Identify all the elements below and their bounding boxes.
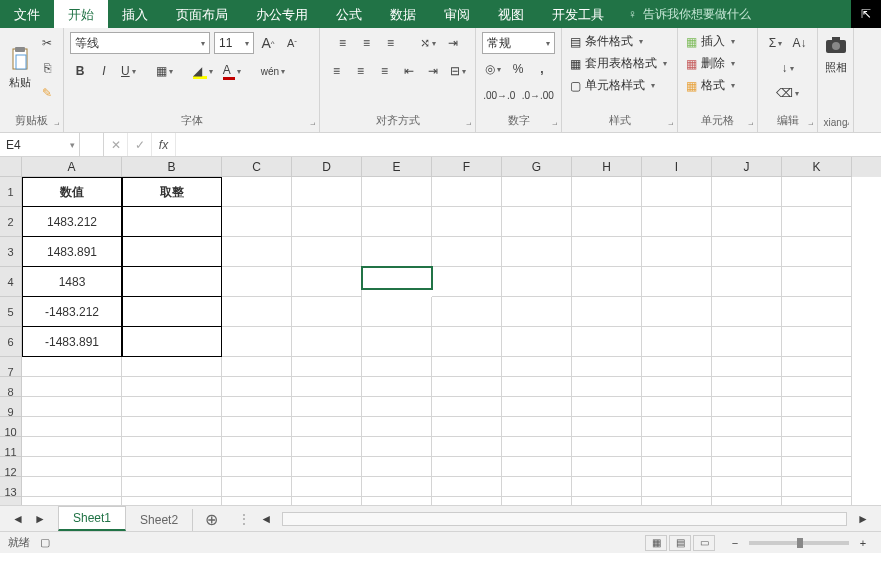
cell-D13[interactable]: [292, 477, 362, 497]
cell-A13[interactable]: [22, 477, 122, 497]
tab-office[interactable]: 办公专用: [242, 0, 322, 28]
cell-E8[interactable]: [362, 377, 432, 397]
phonetic-button[interactable]: wén▾: [258, 60, 288, 82]
cell-J8[interactable]: [712, 377, 782, 397]
tab-view[interactable]: 视图: [484, 0, 538, 28]
cell-C14[interactable]: [222, 497, 292, 505]
cell-G12[interactable]: [502, 457, 572, 477]
tab-review[interactable]: 审阅: [430, 0, 484, 28]
cell-E14[interactable]: [362, 497, 432, 505]
cell-F6[interactable]: [432, 327, 502, 357]
col-header-F[interactable]: F: [432, 157, 502, 177]
cell-G3[interactable]: [502, 237, 572, 267]
cell-I10[interactable]: [642, 417, 712, 437]
cell-F3[interactable]: [432, 237, 502, 267]
cell-I6[interactable]: [642, 327, 712, 357]
conditional-formatting-button[interactable]: ▤ 条件格式▾: [568, 32, 671, 51]
increase-indent-button[interactable]: ⇥: [423, 60, 443, 82]
cell-H7[interactable]: [572, 357, 642, 377]
cell-G10[interactable]: [502, 417, 572, 437]
cell-I8[interactable]: [642, 377, 712, 397]
format-as-table-button[interactable]: ▦ 套用表格格式▾: [568, 54, 671, 73]
cell-K8[interactable]: [782, 377, 852, 397]
cell-G11[interactable]: [502, 437, 572, 457]
align-bottom-button[interactable]: ≡: [381, 32, 401, 54]
cell-D14[interactable]: [292, 497, 362, 505]
font-name-select[interactable]: 等线▾: [70, 32, 210, 54]
cell-I12[interactable]: [642, 457, 712, 477]
font-color-button[interactable]: A▾: [220, 60, 244, 82]
cell-D8[interactable]: [292, 377, 362, 397]
insert-function-button[interactable]: fx: [152, 133, 176, 156]
cell-G6[interactable]: [502, 327, 572, 357]
cell-E1[interactable]: [362, 177, 432, 207]
row-header-5[interactable]: 5: [0, 297, 22, 327]
cell-J3[interactable]: [712, 237, 782, 267]
cell-C7[interactable]: [222, 357, 292, 377]
cell-G9[interactable]: [502, 397, 572, 417]
row-header-3[interactable]: 3: [0, 237, 22, 267]
cell-K9[interactable]: [782, 397, 852, 417]
cell-H14[interactable]: [572, 497, 642, 505]
decrease-indent-button[interactable]: ⇤: [399, 60, 419, 82]
increase-font-button[interactable]: A^: [258, 32, 278, 54]
increase-decimal-button[interactable]: .00→.0: [482, 84, 517, 106]
orientation-button[interactable]: ⤭▾: [417, 32, 439, 54]
delete-cells-button[interactable]: ▦ 删除▾: [684, 54, 751, 73]
cell-F9[interactable]: [432, 397, 502, 417]
cell-B4[interactable]: [122, 267, 222, 297]
cell-G5[interactable]: [502, 297, 572, 327]
wrap-text-button[interactable]: ⇥: [443, 32, 463, 54]
cell-C13[interactable]: [222, 477, 292, 497]
cell-E7[interactable]: [362, 357, 432, 377]
col-header-C[interactable]: C: [222, 157, 292, 177]
cell-B3[interactable]: [122, 237, 222, 267]
cell-A5[interactable]: -1483.212: [22, 297, 122, 327]
cut-button[interactable]: ✂: [37, 32, 57, 54]
cell-J2[interactable]: [712, 207, 782, 237]
cell-K13[interactable]: [782, 477, 852, 497]
font-size-select[interactable]: 11▾: [214, 32, 254, 54]
cell-B8[interactable]: [122, 377, 222, 397]
sheet-nav-next[interactable]: ►: [30, 508, 50, 530]
sort-filter-button[interactable]: A↓: [789, 32, 809, 54]
cell-I7[interactable]: [642, 357, 712, 377]
col-header-K[interactable]: K: [782, 157, 852, 177]
hscroll-track[interactable]: [282, 512, 847, 526]
cell-F5[interactable]: [432, 297, 502, 327]
cell-H4[interactable]: [572, 267, 642, 297]
cell-K11[interactable]: [782, 437, 852, 457]
share-button[interactable]: ⇱: [851, 0, 881, 28]
align-middle-button[interactable]: ≡: [357, 32, 377, 54]
row-header-9[interactable]: 9: [0, 397, 22, 417]
number-format-select[interactable]: 常规▾: [482, 32, 555, 54]
cell-F13[interactable]: [432, 477, 502, 497]
cell-A6[interactable]: -1483.891: [22, 327, 122, 357]
hscroll-right[interactable]: ►: [853, 508, 873, 530]
cell-F11[interactable]: [432, 437, 502, 457]
cell-E9[interactable]: [362, 397, 432, 417]
col-header-I[interactable]: I: [642, 157, 712, 177]
cell-K2[interactable]: [782, 207, 852, 237]
cell-E4[interactable]: [362, 267, 432, 289]
sheet-tab-1[interactable]: Sheet1: [58, 506, 126, 531]
cell-H5[interactable]: [572, 297, 642, 327]
cell-E2[interactable]: [362, 207, 432, 237]
cell-A12[interactable]: [22, 457, 122, 477]
cell-K10[interactable]: [782, 417, 852, 437]
cell-A1[interactable]: 数值: [22, 177, 122, 207]
col-header-E[interactable]: E: [362, 157, 432, 177]
scroll-split-icon[interactable]: ⋮: [238, 512, 250, 526]
cell-D12[interactable]: [292, 457, 362, 477]
cell-G2[interactable]: [502, 207, 572, 237]
cell-F14[interactable]: [432, 497, 502, 505]
cell-J12[interactable]: [712, 457, 782, 477]
col-header-D[interactable]: D: [292, 157, 362, 177]
cell-I11[interactable]: [642, 437, 712, 457]
cell-H6[interactable]: [572, 327, 642, 357]
cell-E12[interactable]: [362, 457, 432, 477]
align-top-button[interactable]: ≡: [333, 32, 353, 54]
cell-B1[interactable]: 取整: [122, 177, 222, 207]
cell-D5[interactable]: [292, 297, 362, 327]
insert-cells-button[interactable]: ▦ 插入▾: [684, 32, 751, 51]
